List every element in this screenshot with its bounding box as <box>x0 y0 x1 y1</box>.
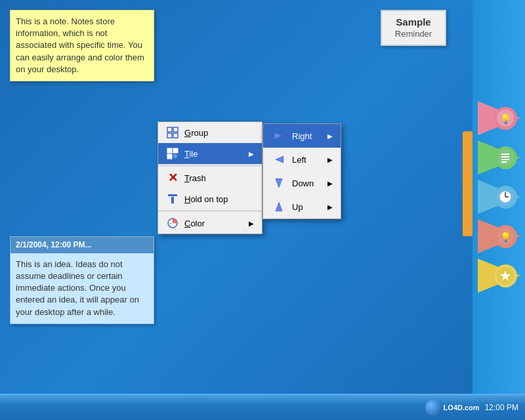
clock-icon <box>494 186 517 209</box>
submenu-left-label: Left <box>292 155 306 165</box>
reminder-title: Sample <box>387 16 440 28</box>
menu-item-group[interactable]: Group <box>158 122 262 143</box>
panel-button-reminder[interactable]: 💡 <box>478 219 520 253</box>
panel-button-idea[interactable]: 💡 <box>478 101 520 135</box>
left-arrow-icon <box>271 152 287 167</box>
submenu-right-label: Right <box>292 131 312 141</box>
svg-marker-12 <box>276 156 284 163</box>
svg-rect-3 <box>173 133 178 138</box>
svg-point-7 <box>173 154 177 158</box>
up-submenu-arrow: ▶ <box>327 203 333 211</box>
svg-rect-8 <box>168 194 177 196</box>
submenu-up-label: Up <box>292 202 303 212</box>
down-arrow-icon <box>271 175 287 191</box>
color-icon <box>166 217 179 230</box>
tile-arrow-icon: ▶ <box>249 150 254 158</box>
svg-rect-22 <box>501 159 509 160</box>
hold-icon <box>166 192 179 205</box>
panel-button-notes[interactable] <box>478 140 520 175</box>
menu-divider-1 <box>158 165 262 166</box>
svg-rect-20 <box>501 154 509 155</box>
taskbar-clock: 12:00 PM <box>485 403 518 412</box>
menu-item-tile[interactable]: Tile ▶ <box>158 143 262 164</box>
submenu-item-left[interactable]: Left ▶ <box>263 148 341 171</box>
menu-item-trash[interactable]: ✕ Trash <box>158 167 262 188</box>
down-submenu-arrow: ▶ <box>327 180 333 187</box>
svg-marker-14 <box>276 202 282 211</box>
note-blue-header: 2/1/2004, 12:00 PM... <box>10 237 154 253</box>
taskbar: LO4D.com 12:00 PM <box>0 394 525 420</box>
note-yellow-text: This is a note. Notes store information,… <box>16 16 144 74</box>
svg-rect-23 <box>501 161 507 163</box>
menu-hold-label: Hold on top <box>184 194 228 204</box>
svg-rect-0 <box>167 127 172 132</box>
up-arrow-icon <box>271 199 287 215</box>
reminder-card: Sample Reminder <box>381 10 446 46</box>
svg-rect-21 <box>501 156 509 158</box>
svg-text:💡: 💡 <box>500 232 512 243</box>
submenu-item-down[interactable]: Down ▶ <box>263 171 341 195</box>
tile-submenu: Right ▶ Left ▶ Down ▶ <box>262 123 341 219</box>
group-icon <box>166 126 179 139</box>
lightbulb-icon: 💡 <box>494 107 517 130</box>
trash-icon: ✕ <box>166 171 179 184</box>
globe-icon <box>425 400 441 415</box>
submenu-down-label: Down <box>292 178 314 188</box>
menu-item-hold-on-top[interactable]: Hold on top <box>158 188 262 209</box>
panel-button-star[interactable] <box>478 259 520 293</box>
panel-button-clock[interactable] <box>478 180 520 214</box>
context-menu: Group Tile ▶ ✕ Trash <box>158 121 262 234</box>
svg-rect-1 <box>173 127 178 132</box>
tile-icon <box>166 147 179 160</box>
menu-color-label: Color <box>184 219 205 228</box>
star-icon <box>494 264 517 287</box>
submenu-item-up[interactable]: Up ▶ <box>263 195 341 219</box>
svg-marker-13 <box>276 178 282 187</box>
menu-tile-label: Tile <box>184 149 198 159</box>
svg-text:💡: 💡 <box>500 114 512 125</box>
note-yellow: This is a note. Notes store information,… <box>10 10 154 81</box>
note-blue: 2/1/2004, 12:00 PM... This is an idea. I… <box>10 236 154 324</box>
svg-rect-9 <box>171 197 174 203</box>
reminder-icon: 💡 <box>494 225 517 248</box>
taskbar-brand: LO4D.com <box>444 404 480 411</box>
reminder-subtitle: Reminder <box>395 29 432 39</box>
menu-group-label: Group <box>184 128 208 138</box>
svg-rect-4 <box>167 148 172 153</box>
list-icon <box>494 146 517 169</box>
color-arrow-icon: ▶ <box>249 220 254 227</box>
panel-scrollbar[interactable] <box>463 131 472 236</box>
right-panel: 💡 <box>472 0 525 394</box>
menu-divider-2 <box>158 211 262 211</box>
desktop: This is a note. Notes store information,… <box>0 0 525 394</box>
svg-marker-11 <box>274 133 282 139</box>
svg-rect-5 <box>173 148 178 153</box>
right-arrow-icon <box>271 128 287 144</box>
left-submenu-arrow: ▶ <box>327 156 333 163</box>
svg-rect-2 <box>167 133 172 138</box>
submenu-item-right[interactable]: Right ▶ <box>263 124 341 148</box>
taskbar-logo: LO4D.com <box>425 400 480 415</box>
menu-item-color[interactable]: Color ▶ <box>158 213 262 234</box>
menu-trash-label: Trash <box>184 173 206 183</box>
right-submenu-arrow: ▶ <box>327 133 333 140</box>
note-blue-body: This is an idea. Ideas do not assume dea… <box>10 253 154 324</box>
svg-rect-6 <box>167 154 172 159</box>
